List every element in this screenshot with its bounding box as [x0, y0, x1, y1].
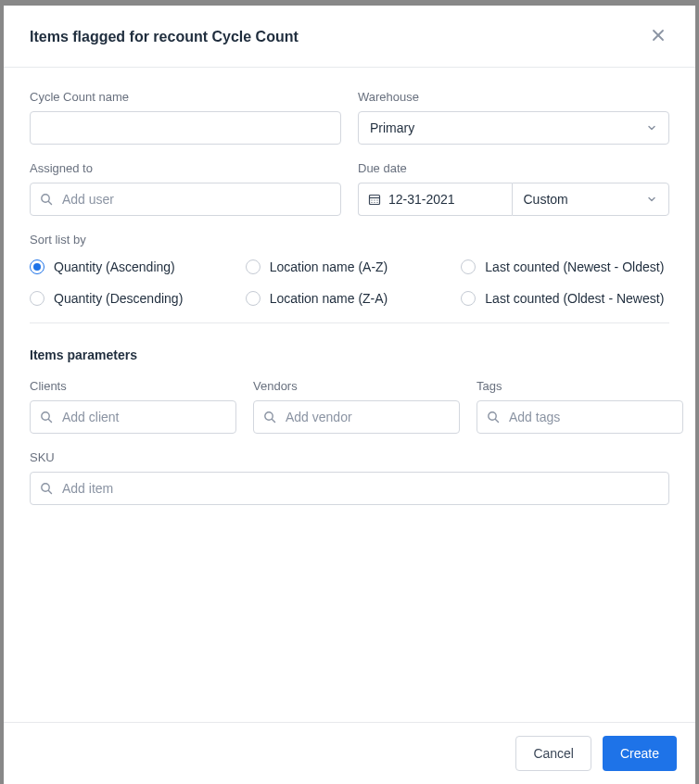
cancel-button[interactable]: Cancel: [515, 736, 591, 771]
modal-footer: Cancel Create: [4, 722, 695, 784]
sort-section: Sort list by Quantity (Ascending) Locati…: [30, 233, 669, 323]
warehouse-label: Warehouse: [358, 90, 669, 104]
svg-point-6: [371, 199, 372, 200]
cycle-count-name-input[interactable]: [40, 120, 331, 136]
sort-options: Quantity (Ascending) Location name (A-Z)…: [30, 259, 669, 306]
radio-icon: [246, 259, 261, 274]
items-parameters-title: Items parameters: [30, 348, 669, 362]
svg-line-19: [48, 490, 51, 493]
warehouse-select[interactable]: Primary: [358, 111, 669, 145]
radio-icon: [246, 291, 261, 306]
search-icon: [40, 482, 53, 495]
clients-label: Clients: [30, 379, 236, 393]
cycle-count-modal: Items flagged for recount Cycle Count Cy…: [4, 6, 695, 784]
warehouse-value: Primary: [370, 120, 414, 135]
svg-point-10: [374, 202, 375, 203]
svg-line-15: [272, 419, 274, 422]
sort-option-label: Quantity (Descending): [54, 291, 183, 306]
tags-input[interactable]: [507, 409, 673, 425]
close-icon: [651, 28, 666, 43]
sort-option-last-counted-oldest[interactable]: Last counted (Oldest - Newest): [461, 291, 669, 306]
due-date-input[interactable]: 12-31-2021: [358, 183, 512, 216]
search-icon: [40, 411, 53, 424]
radio-icon: [30, 291, 44, 306]
calendar-icon: [368, 193, 381, 206]
clients-input[interactable]: [60, 409, 226, 425]
sort-label: Sort list by: [30, 233, 669, 247]
close-button[interactable]: [647, 24, 669, 50]
radio-icon: [461, 259, 476, 274]
chevron-down-icon: [646, 194, 657, 205]
tags-input-wrap: [477, 400, 683, 434]
svg-line-3: [48, 201, 51, 204]
search-icon: [487, 411, 500, 424]
tags-label: Tags: [477, 379, 683, 393]
due-date-preset-value: Custom: [524, 192, 568, 207]
sort-option-label: Location name (Z-A): [270, 291, 388, 306]
sort-option-last-counted-newest[interactable]: Last counted (Newest - Oldest): [461, 259, 669, 274]
modal-title: Items flagged for recount Cycle Count: [30, 29, 299, 45]
sort-option-qty-asc[interactable]: Quantity (Ascending): [30, 259, 238, 274]
sort-option-label: Last counted (Newest - Oldest): [485, 259, 664, 274]
sku-input[interactable]: [60, 480, 659, 497]
due-date-group: 12-31-2021 Custom: [358, 183, 669, 216]
due-date-value: 12-31-2021: [388, 192, 455, 207]
modal-header: Items flagged for recount Cycle Count: [4, 6, 695, 68]
svg-point-11: [376, 202, 377, 203]
sort-option-label: Quantity (Ascending): [54, 259, 175, 274]
svg-line-13: [48, 419, 51, 422]
sort-option-qty-desc[interactable]: Quantity (Descending): [30, 291, 238, 306]
search-icon: [263, 411, 276, 424]
vendors-input[interactable]: [284, 409, 450, 425]
assigned-to-label: Assigned to: [30, 161, 341, 175]
sort-option-label: Last counted (Oldest - Newest): [485, 291, 664, 306]
sku-input-wrap: [30, 472, 669, 505]
clients-input-wrap: [30, 400, 236, 434]
due-date-label: Due date: [358, 161, 669, 175]
sort-option-label: Location name (A-Z): [270, 259, 388, 274]
sort-option-location-az[interactable]: Location name (A-Z): [246, 259, 454, 274]
assigned-to-input-wrap: [30, 183, 341, 216]
modal-body: Cycle Count name Warehouse Primary Assig…: [4, 68, 695, 722]
vendors-input-wrap: [253, 400, 460, 434]
cycle-count-name-label: Cycle Count name: [30, 90, 341, 104]
cycle-count-name-input-wrap: [30, 111, 341, 145]
search-icon: [40, 193, 53, 206]
sku-label: SKU: [30, 450, 669, 464]
radio-icon: [30, 259, 44, 274]
due-date-preset-select[interactable]: Custom: [512, 183, 670, 216]
svg-point-7: [374, 199, 375, 200]
vendors-label: Vendors: [253, 379, 460, 393]
radio-icon: [461, 291, 476, 306]
svg-point-8: [376, 199, 377, 200]
svg-point-9: [371, 202, 372, 203]
sort-option-location-za[interactable]: Location name (Z-A): [246, 291, 454, 306]
create-button[interactable]: Create: [603, 736, 677, 771]
svg-line-17: [495, 419, 498, 422]
chevron-down-icon: [646, 122, 657, 133]
assigned-to-input[interactable]: [60, 191, 331, 208]
